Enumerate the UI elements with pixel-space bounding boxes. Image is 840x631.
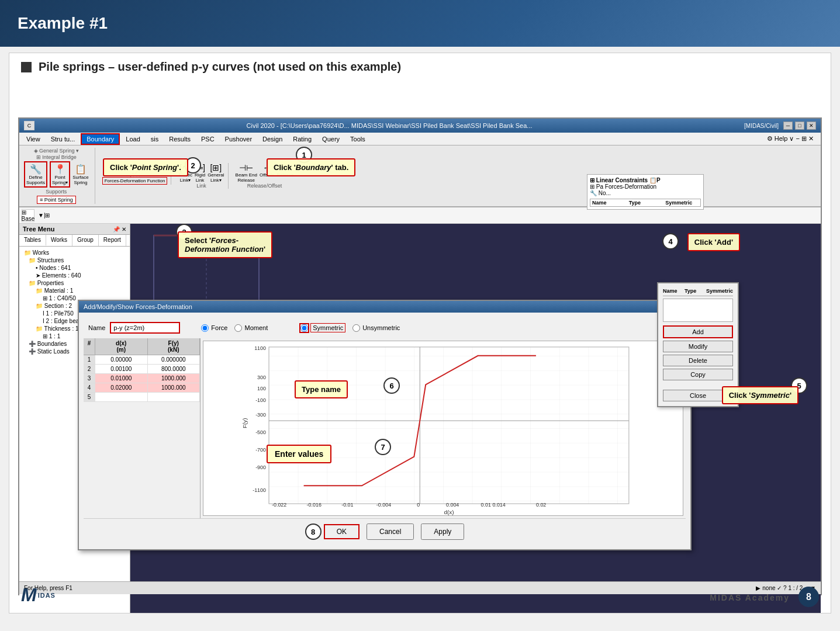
- fd-dx-2[interactable]: 0.00100: [95, 365, 148, 373]
- radio-force-input[interactable]: [201, 324, 209, 332]
- tree-tab-report[interactable]: Report: [99, 235, 126, 246]
- tree-item-works[interactable]: 📁 Works: [22, 249, 127, 256]
- annotation-8-area: 8 OK: [305, 523, 359, 540]
- beam-end-release-btn[interactable]: ⊣⊢ Beam End Release: [236, 163, 257, 183]
- click-boundary-label: Click 'Boundary' tab.: [267, 158, 355, 176]
- tree-item-material[interactable]: 📁 Material : 1: [22, 287, 127, 294]
- fd-row-4: 4 0.02000 1000.000: [84, 383, 200, 393]
- fd-dx-4[interactable]: 0.02000: [95, 383, 148, 392]
- tree-header: Tree Menu 📌 ✕: [19, 224, 130, 235]
- annotation-circle-6: 6: [383, 377, 400, 394]
- svg-text:0.02: 0.02: [536, 502, 546, 508]
- tree-pin-btn[interactable]: 📌 ✕: [113, 226, 126, 233]
- svg-text:-0.022: -0.022: [272, 502, 286, 508]
- tree-tab-tables[interactable]: Tables: [19, 235, 46, 246]
- menu-view[interactable]: View: [22, 134, 45, 144]
- cancel-button[interactable]: Cancel: [367, 523, 414, 540]
- ribbon-supports-group: ◈ General Spring ▾ ⊞ Integral Bridge 🔧 D…: [24, 148, 95, 204]
- apply-button[interactable]: Apply: [421, 523, 464, 540]
- panel-col-type: Type: [685, 288, 705, 294]
- menu-boundary[interactable]: Boundary: [81, 133, 120, 145]
- define-supports-btn[interactable]: 🔧 Define Supports: [24, 161, 47, 188]
- menu-help[interactable]: ⚙ Help ∨ − ⊞ ✕: [762, 134, 818, 144]
- radio-symmetric-input[interactable]: [300, 324, 308, 332]
- minimize-button[interactable]: ─: [783, 122, 793, 130]
- radio-moment: Moment: [234, 324, 268, 332]
- menu-rating[interactable]: Rating: [288, 134, 316, 144]
- menu-query[interactable]: Query: [317, 134, 344, 144]
- fd-row-2: 2 0.00100 800.0000: [84, 365, 200, 374]
- delete-button[interactable]: Delete: [663, 355, 733, 366]
- fd-row-5: 5: [84, 393, 200, 402]
- menu-design[interactable]: Design: [258, 134, 287, 144]
- svg-text:-1100: -1100: [253, 487, 266, 493]
- general-link-btn[interactable]: [⊞] General Link▾: [208, 163, 224, 183]
- constraints-panel: ⊞ Linear Constraints 📋P ⊞ Pa Forces-Defo…: [587, 174, 704, 210]
- radio-unsymmetric: Unsymmetric: [352, 324, 400, 332]
- svg-text:0.004: 0.004: [446, 502, 459, 508]
- fd-fy-4[interactable]: 1000.000: [148, 383, 201, 392]
- fd-fy-3[interactable]: 1000.000: [148, 374, 201, 383]
- menu-results[interactable]: Results: [164, 134, 195, 144]
- point-spring-sub[interactable]: ≡ Point Spring: [37, 196, 76, 204]
- menu-structure[interactable]: Stru tu...: [46, 134, 80, 144]
- fd-fy-2[interactable]: 800.0000: [148, 365, 201, 373]
- menu-analysis[interactable]: sis: [146, 134, 163, 144]
- software-window: C Civil 2020 - [C:\Users\paa76924\D... M…: [18, 117, 822, 595]
- ok-button[interactable]: OK: [324, 524, 359, 539]
- fd-fy-5[interactable]: [148, 393, 201, 401]
- fd-name-input[interactable]: [110, 322, 180, 334]
- tree-item-nodes[interactable]: • Nodes : 641: [22, 264, 127, 272]
- tree-tab-works[interactable]: Works: [46, 235, 72, 246]
- midas-logo: M IDAS: [21, 584, 56, 606]
- release-group-label: Release/Offset: [247, 183, 282, 189]
- fd-rownum-3: 3: [84, 374, 95, 383]
- bullet-row: Pile springs – user-defined p-y curves (…: [9, 53, 831, 78]
- fd-col-fy: F(y)(kN): [148, 338, 201, 355]
- fd-sym-group: Symmetric Unsymmetric: [300, 323, 400, 332]
- tree-item-elements[interactable]: ➤ Elements : 640: [22, 272, 127, 279]
- svg-text:-0.016: -0.016: [307, 502, 322, 508]
- svg-text:-900: -900: [255, 464, 266, 470]
- restore-button[interactable]: □: [795, 122, 804, 130]
- fd-col-dx: d(x)(m): [95, 338, 148, 355]
- tree-tab-group[interactable]: Group: [72, 235, 99, 246]
- fd-dx-5[interactable]: [95, 393, 148, 401]
- point-spring-btn[interactable]: 📍 Point Spring▾: [50, 161, 70, 188]
- col-type: Type: [627, 199, 664, 206]
- bullet-icon: [21, 62, 32, 72]
- main-content: C Civil 2020 - [C:\Users\paa76924\D... M…: [9, 88, 831, 613]
- surface-spring-btn[interactable]: 📋 Surface Spring: [72, 164, 89, 185]
- base-btn[interactable]: ⊞ Base: [22, 209, 34, 222]
- radio-force: Force: [201, 324, 227, 332]
- radio-moment-input[interactable]: [234, 324, 242, 332]
- svg-text:300: 300: [257, 375, 266, 380]
- sub-toolbar: ⊞ Base ▼|⊞: [19, 207, 821, 224]
- fd-fy-1[interactable]: 0.000000: [148, 355, 201, 364]
- fd-dx-3[interactable]: 0.01000: [95, 374, 148, 383]
- copy-button[interactable]: Copy: [663, 369, 733, 380]
- svg-rect-8: [269, 347, 629, 504]
- fd-chart: 1100 300 100 -100 -300 -500 -700 -900 -1…: [203, 341, 683, 516]
- click-point-spring-label: Click 'Point Spring'.: [103, 158, 188, 176]
- menu-tools[interactable]: Tools: [345, 134, 370, 144]
- close-button[interactable]: ✕: [807, 122, 816, 130]
- menu-pushover[interactable]: Pushover: [220, 134, 257, 144]
- col-name: Name: [590, 199, 627, 206]
- header-bar: Example #1: [0, 0, 840, 47]
- add-button[interactable]: Add: [663, 325, 733, 338]
- toolbar-icon-c[interactable]: C: [24, 121, 34, 130]
- panel-data-area: [663, 299, 733, 322]
- midas-text-group: IDAS: [38, 592, 56, 599]
- menu-load[interactable]: Load: [121, 134, 144, 144]
- tree-item-properties[interactable]: 📁 Properties: [22, 279, 127, 287]
- modify-button[interactable]: Modify: [663, 341, 733, 352]
- fd-dialog-buttons: 8 OK Cancel Apply: [84, 518, 686, 545]
- fd-table: # d(x)(m) F(y)(kN) 1 0.00000 0.000000: [84, 338, 201, 518]
- radio-unsymmetric-input[interactable]: [352, 324, 360, 332]
- tree-item-structures[interactable]: 📁 Structures: [22, 256, 127, 264]
- fd-dialog: Add/Modify/Show Forces-Deformation ✕ Nam…: [78, 300, 692, 550]
- fd-dx-1[interactable]: 0.00000: [95, 355, 148, 364]
- integral-bridge-label: ⊞ Integral Bridge: [36, 154, 77, 160]
- menu-psc[interactable]: PSC: [196, 134, 219, 144]
